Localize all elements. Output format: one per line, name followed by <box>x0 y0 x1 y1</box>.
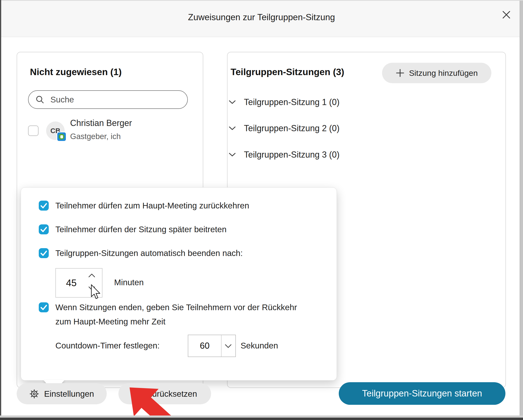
option-label: Teilgruppen-Sitzungen automatisch beende… <box>55 246 243 260</box>
countdown-label: Countdown-Timer festlegen: <box>55 339 160 353</box>
option-label: Wenn Sitzungen enden, geben Sie Teilnehm… <box>55 300 310 329</box>
minutes-unit-label: Minuten <box>114 275 144 290</box>
check-icon <box>39 224 49 234</box>
add-session-label: Sitzung hinzufügen <box>409 68 478 78</box>
participant-checkbox[interactable] <box>28 126 39 136</box>
settings-button-label: Einstellungen <box>44 389 94 399</box>
option-label: Teilnehmer dürfen der Sitzung später bei… <box>55 222 227 236</box>
chevron-down-icon[interactable] <box>229 126 236 130</box>
dialog-title: Zuweisungen zur Teilgruppen-Sitzung <box>0 12 523 22</box>
search-input[interactable] <box>50 95 174 105</box>
refresh-icon <box>132 389 142 399</box>
session-label: Teilgruppen-Sitzung 3 (0) <box>244 150 339 160</box>
window-edge-right <box>520 1 523 420</box>
option-checkbox-auto-end[interactable] <box>39 248 49 258</box>
auto-end-minutes-input[interactable]: 45 <box>55 268 102 298</box>
option-checkbox-return-main[interactable] <box>39 201 49 210</box>
option-checkbox-extra-time[interactable] <box>39 302 49 312</box>
session-row[interactable]: Teilgruppen-Sitzung 3 (0) <box>229 148 490 162</box>
settings-button[interactable]: Einstellungen <box>17 383 107 404</box>
option-checkbox-join-later[interactable] <box>39 224 49 234</box>
check-icon <box>39 302 49 312</box>
close-button[interactable] <box>499 8 514 23</box>
start-button-label: Teilgruppen-Sitzungen starten <box>362 388 482 399</box>
check-icon <box>39 201 49 210</box>
check-icon <box>39 248 49 258</box>
window-edge-top <box>0 0 523 1</box>
window-edge-left <box>0 0 1 420</box>
spinner-up-icon[interactable] <box>88 273 96 279</box>
auto-end-minutes-value[interactable]: 45 <box>56 269 87 297</box>
session-label: Teilgruppen-Sitzung 2 (0) <box>244 123 339 133</box>
session-label: Teilgruppen-Sitzung 1 (0) <box>244 97 339 107</box>
close-icon <box>502 10 511 20</box>
start-breakout-sessions-button[interactable]: Teilgruppen-Sitzungen starten <box>339 382 505 405</box>
window-edge-bottom-dark <box>0 418 523 420</box>
reset-button-label: Zurücksetzen <box>147 389 197 399</box>
presence-badge-icon <box>57 132 66 142</box>
option-label: Teilnehmer dürfen zum Haupt-Meeting zurü… <box>55 198 249 213</box>
session-row[interactable]: Teilgruppen-Sitzung 2 (0) <box>229 122 490 135</box>
sessions-panel-title: Teilgruppen-Sitzungen (3) <box>231 67 344 77</box>
seconds-unit-label: Sekunden <box>241 339 278 353</box>
spinner-down-icon[interactable] <box>88 286 96 292</box>
breakout-assignment-dialog: Zuweisungen zur Teilgruppen-Sitzung Nich… <box>0 0 523 420</box>
gear-icon <box>29 389 39 399</box>
select-chevron-down-icon[interactable] <box>224 344 232 349</box>
chevron-down-icon[interactable] <box>229 100 236 104</box>
add-session-button[interactable]: Sitzung hinzufügen <box>382 63 491 83</box>
reset-button[interactable]: Zurücksetzen <box>118 383 211 404</box>
plus-icon <box>396 68 405 78</box>
participant-role: Gastgeber, ich <box>70 132 121 141</box>
countdown-select[interactable]: 60 <box>188 335 236 357</box>
window-edge-bottom-light <box>0 415 523 418</box>
search-icon <box>35 95 45 104</box>
search-box[interactable] <box>28 90 188 109</box>
session-row[interactable]: Teilgruppen-Sitzung 1 (0) <box>229 96 490 109</box>
unassigned-panel-title: Nicht zugewiesen (1) <box>30 67 122 77</box>
chevron-down-icon[interactable] <box>229 153 236 157</box>
countdown-value[interactable]: 60 <box>188 335 221 356</box>
participant-name: Christian Berger <box>70 118 132 128</box>
